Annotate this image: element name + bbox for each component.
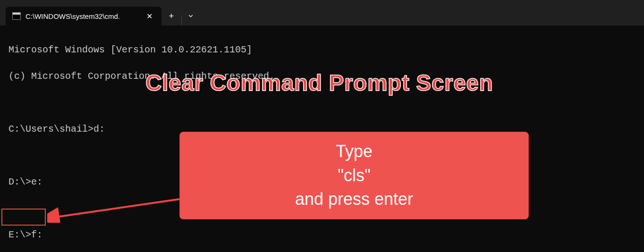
terminal-line: [8, 96, 636, 109]
terminal-line: E:\>f:: [8, 228, 636, 242]
annotation-line: "cls": [338, 164, 371, 187]
close-icon[interactable]: ✕: [144, 10, 155, 22]
tab-cmd[interactable]: C:\WINDOWS\system32\cmd. ✕: [6, 7, 161, 25]
annotation-line: Type: [336, 140, 373, 163]
annotation-callout: Type "cls" and press enter: [179, 132, 529, 219]
tab-dropdown-button[interactable]: [182, 7, 200, 25]
chevron-down-icon: [187, 13, 194, 19]
window-titlebar: C:\WINDOWS\system32\cmd. ✕ +: [0, 0, 644, 25]
new-tab-button[interactable]: +: [161, 7, 181, 25]
annotation-line: and press enter: [295, 187, 413, 211]
annotation-title: Clear Command Prompt Screen: [145, 70, 493, 96]
highlight-box: [1, 209, 46, 226]
tab-title: C:\WINDOWS\system32\cmd.: [25, 12, 144, 20]
terminal-line: Microsoft Windows [Version 10.0.22621.11…: [8, 43, 636, 57]
cmd-icon: [12, 12, 21, 20]
